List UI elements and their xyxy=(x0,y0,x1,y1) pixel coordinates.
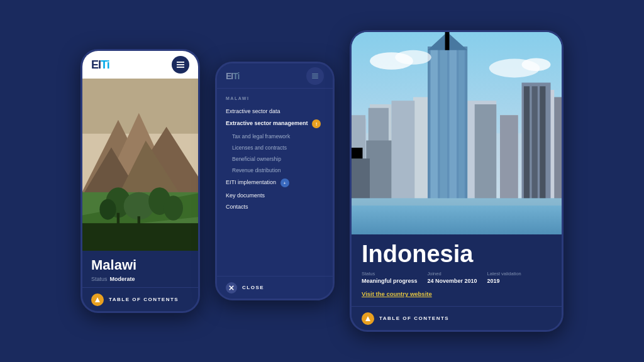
close-label: CLOSE xyxy=(242,285,264,290)
toc-icon-3 xyxy=(362,312,374,325)
svg-rect-0 xyxy=(177,62,184,63)
svg-rect-45 xyxy=(450,48,457,203)
mountain-background xyxy=(82,79,198,251)
menu-item-extractive-data[interactable]: Extractive sector data xyxy=(226,106,324,117)
indonesia-city-image xyxy=(352,32,562,234)
phone2-close-bar[interactable]: CLOSE xyxy=(217,276,333,299)
svg-marker-20 xyxy=(95,297,100,302)
stat-validation: Latest validation 2019 xyxy=(487,271,521,284)
svg-rect-23 xyxy=(312,77,318,78)
svg-point-62 xyxy=(395,50,431,65)
arrow-up-icon-3 xyxy=(365,315,371,322)
phone3-toc-bar[interactable]: TABLE OF CONTENTS xyxy=(352,306,562,330)
svg-point-15 xyxy=(99,199,116,220)
toc-icon xyxy=(91,293,104,306)
svg-rect-2 xyxy=(177,67,184,68)
stat-status: Status Meaningful progress xyxy=(362,271,418,284)
menu-item-contacts[interactable]: Contacts xyxy=(226,201,324,212)
menu-item-key-docs[interactable]: Key documents xyxy=(226,190,324,201)
svg-rect-43 xyxy=(431,48,438,203)
menu-item-beneficial[interactable]: Beneficial ownership xyxy=(226,153,324,165)
phone2-header: EITi xyxy=(217,63,333,89)
malawi-name: Malawi xyxy=(91,257,189,273)
city-skyline xyxy=(352,32,562,234)
arrow-up-icon xyxy=(94,297,101,303)
badge-plus: + xyxy=(280,178,289,187)
stats-row: Status Meaningful progress Joined 24 Nov… xyxy=(362,271,552,284)
svg-rect-46 xyxy=(458,48,464,203)
visit-country-link[interactable]: Visit the country website xyxy=(362,290,552,297)
svg-rect-19 xyxy=(82,223,198,251)
svg-rect-48 xyxy=(445,32,450,50)
menu-item-licenses[interactable]: Licenses and contracts xyxy=(226,142,324,153)
stat-joined-label: Joined xyxy=(428,271,477,277)
logo-ei: EI xyxy=(91,58,101,72)
stat-validation-label: Latest validation xyxy=(487,271,521,277)
mountain-svg xyxy=(82,79,198,251)
close-x-icon xyxy=(229,285,234,290)
skyline-svg xyxy=(352,32,562,234)
status-value: Moderate xyxy=(110,276,135,282)
eiti-logo-2: EITi xyxy=(226,71,239,81)
menu-country-label: MALAWI xyxy=(226,96,324,101)
menu-button-2[interactable] xyxy=(306,67,324,85)
menu-button[interactable] xyxy=(172,56,189,74)
svg-rect-1 xyxy=(177,64,184,65)
indonesia-name: Indonesia xyxy=(362,242,552,266)
logo-ti: Ti xyxy=(101,58,109,72)
toc-label-3: TABLE OF CONTENTS xyxy=(379,315,449,321)
svg-rect-21 xyxy=(312,74,318,74)
svg-rect-44 xyxy=(440,48,448,203)
stat-joined: Joined 24 November 2010 xyxy=(428,271,477,284)
eiti-logo: EITi xyxy=(91,58,109,72)
menu-item-extractive-mgmt[interactable]: Extractive sector management ! xyxy=(226,117,324,131)
stat-joined-value: 24 November 2010 xyxy=(428,278,477,284)
phone-menu: EITi MALAWI Extractive sector data Extra… xyxy=(215,62,335,300)
phone1-header: EITi xyxy=(82,51,198,79)
malawi-status: Status Moderate xyxy=(91,276,189,282)
menu-content: MALAWI Extractive sector data Extractive… xyxy=(217,89,333,276)
svg-point-64 xyxy=(522,58,551,71)
menu-item-revenue[interactable]: Revenue distribution xyxy=(226,165,324,176)
close-icon xyxy=(226,282,237,293)
stat-validation-value: 2019 xyxy=(487,278,521,284)
phone1-toc-bar[interactable]: TABLE OF CONTENTS xyxy=(82,287,198,311)
phone-indonesia: Indonesia Status Meaningful progress Joi… xyxy=(350,30,564,332)
svg-rect-60 xyxy=(352,199,562,206)
malawi-info: Malawi Status Moderate xyxy=(82,251,198,287)
svg-rect-22 xyxy=(312,75,318,76)
hamburger-icon xyxy=(177,62,184,68)
badge-yellow: ! xyxy=(312,119,321,128)
svg-point-16 xyxy=(164,195,183,220)
toc-label: TABLE OF CONTENTS xyxy=(109,297,179,302)
main-container: EITi xyxy=(0,0,644,362)
phone-malawi: EITi xyxy=(80,49,200,313)
hamburger-icon-2 xyxy=(312,74,318,79)
menu-item-eiti-impl[interactable]: EITI implementation + xyxy=(226,176,324,190)
menu-item-tax[interactable]: Tax and legal framework xyxy=(226,131,324,142)
indonesia-panel: Indonesia Status Meaningful progress Joi… xyxy=(352,234,562,306)
svg-marker-65 xyxy=(365,316,370,321)
malawi-image xyxy=(82,79,198,251)
stat-status-value: Meaningful progress xyxy=(362,278,418,284)
status-label: Status xyxy=(91,276,108,282)
stat-status-label: Status xyxy=(362,271,418,277)
